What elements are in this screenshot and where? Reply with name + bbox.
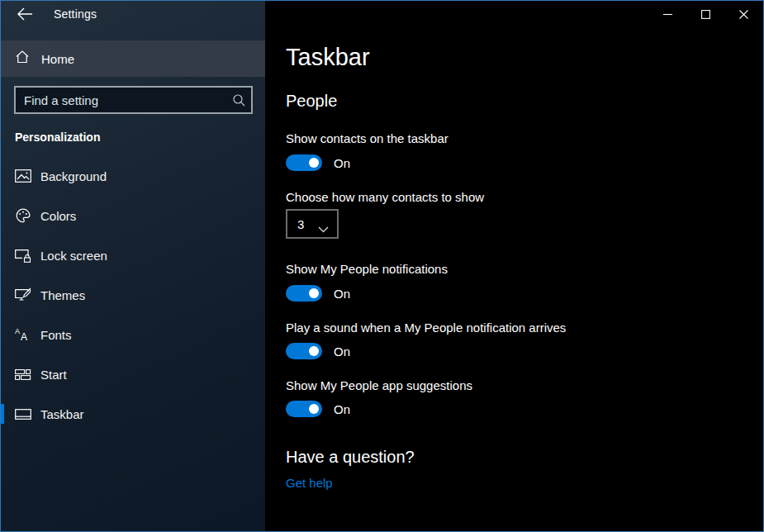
colors-palette-icon <box>15 208 31 223</box>
sidebar-item-lock-screen[interactable]: Lock screen <box>1 235 265 275</box>
back-arrow-icon <box>17 7 33 21</box>
main-content: Taskbar People Show contacts on the task… <box>266 1 762 530</box>
notification-sound-toggle[interactable] <box>286 343 322 359</box>
minimize-button[interactable] <box>648 2 686 27</box>
toggle-state-label: On <box>334 344 350 359</box>
close-icon <box>739 10 748 19</box>
sidebar: Settings Home Personalization <box>1 1 265 531</box>
sidebar-item-start[interactable]: Start <box>1 354 265 394</box>
close-button[interactable] <box>724 2 762 27</box>
home-icon <box>15 50 30 68</box>
sidebar-item-label: Taskbar <box>40 407 84 421</box>
back-button[interactable] <box>11 4 39 26</box>
toggle-row-notification-sound: On <box>286 343 350 359</box>
sidebar-item-label: Background <box>40 169 107 183</box>
toggle-knob <box>309 346 319 356</box>
get-help-link[interactable]: Get help <box>286 476 333 490</box>
sidebar-item-label: Colors <box>40 209 76 223</box>
app-suggestions-toggle[interactable] <box>286 401 322 417</box>
svg-text:A: A <box>15 327 20 335</box>
toggle-row-show-contacts: On <box>286 154 350 171</box>
app-title: Settings <box>54 7 97 21</box>
maximize-button[interactable] <box>686 2 724 27</box>
minimize-icon <box>663 10 672 19</box>
people-notifications-toggle[interactable] <box>286 285 322 302</box>
section-title-people: People <box>286 92 337 111</box>
setting-label-contacts-count: Choose how many contacts to show <box>286 190 484 204</box>
sidebar-item-label: Lock screen <box>40 249 107 263</box>
sidebar-item-taskbar[interactable]: Taskbar <box>1 394 265 434</box>
taskbar-icon <box>15 408 31 420</box>
sidebar-item-label: Fonts <box>40 328 72 342</box>
window-controls <box>648 2 762 27</box>
toggle-knob <box>309 288 319 298</box>
sidebar-item-label: Themes <box>40 288 85 302</box>
svg-text:A: A <box>21 331 27 342</box>
sidebar-section-header: Personalization <box>15 131 100 144</box>
settings-window: Settings Home Personalization <box>0 0 764 532</box>
setting-label-app-suggestions: Show My People app suggestions <box>286 378 472 392</box>
chevron-down-icon <box>318 221 329 236</box>
lock-screen-icon <box>15 249 31 263</box>
help-section-title: Have a question? <box>286 448 415 467</box>
background-image-icon <box>15 169 31 183</box>
toggle-state-label: On <box>334 402 350 416</box>
toggle-state-label: On <box>334 287 350 301</box>
sidebar-nav: Background Colors <box>1 156 265 434</box>
setting-label-notification-sound: Play a sound when a My People notificati… <box>286 321 566 335</box>
toggle-row-app-suggestions: On <box>286 401 350 417</box>
toggle-knob <box>309 404 319 414</box>
sidebar-item-colors[interactable]: Colors <box>1 196 265 235</box>
maximize-icon <box>701 10 710 19</box>
sidebar-item-home[interactable]: Home <box>1 40 265 77</box>
fonts-icon: A A <box>15 327 31 342</box>
setting-label-people-notifications: Show My People notifications <box>286 262 448 276</box>
contacts-count-dropdown[interactable]: 3 <box>286 209 339 239</box>
start-tiles-icon <box>15 368 31 381</box>
sidebar-item-fonts[interactable]: A A Fonts <box>1 315 265 354</box>
toggle-state-label: On <box>334 156 350 170</box>
search-icon[interactable] <box>226 93 251 107</box>
search-box <box>14 86 253 114</box>
show-contacts-toggle[interactable] <box>286 154 322 171</box>
search-input[interactable] <box>16 88 226 112</box>
setting-label-show-contacts: Show contacts on the taskbar <box>286 131 448 145</box>
sidebar-item-background[interactable]: Background <box>1 156 265 196</box>
dropdown-value: 3 <box>297 217 304 231</box>
sidebar-item-label: Start <box>40 368 67 382</box>
themes-brush-icon <box>15 287 31 302</box>
sidebar-item-themes[interactable]: Themes <box>1 275 265 315</box>
page-title: Taskbar <box>286 44 370 71</box>
home-label: Home <box>41 52 74 66</box>
toggle-knob <box>309 158 319 168</box>
toggle-row-people-notifications: On <box>286 285 350 302</box>
